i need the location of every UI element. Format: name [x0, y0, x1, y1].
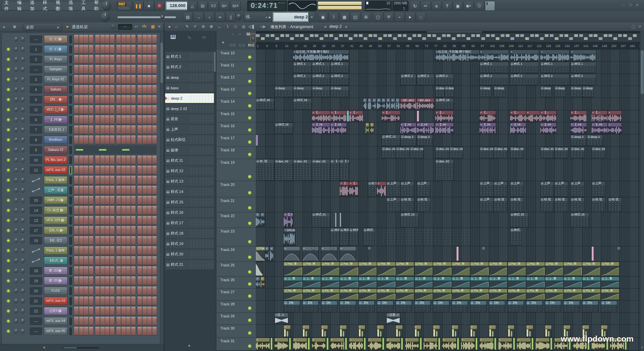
- playlist-clip[interactable]: 【柱: [415, 301, 430, 312]
- pattern-selector-display[interactable]: deep 2: [273, 12, 313, 22]
- channel-number[interactable]: 9: [30, 146, 42, 154]
- step-cell[interactable]: [152, 45, 157, 53]
- step-cell[interactable]: [84, 186, 88, 194]
- track-led[interactable]: [248, 307, 251, 310]
- step-cell[interactable]: [100, 277, 105, 285]
- picker-panel-button[interactable]: ▣: [318, 12, 328, 22]
- rack-hscrollbar[interactable]: [62, 347, 99, 349]
- step-cell[interactable]: [126, 75, 130, 84]
- channel-volume-knob[interactable]: [20, 87, 25, 92]
- draw-tool-icon[interactable]: ✎: [184, 23, 191, 30]
- step-cell[interactable]: [116, 136, 121, 144]
- channel-pan-knob[interactable]: [14, 37, 18, 41]
- playlist-clip[interactable]: Par..率: [256, 247, 265, 261]
- playlist-clip[interactable]: Pa..率: [284, 289, 302, 300]
- step-cell[interactable]: [105, 246, 109, 255]
- step-cell[interactable]: [89, 176, 93, 184]
- step-cell[interactable]: [116, 126, 121, 134]
- playlist-clip[interactable]: »【..-: [510, 111, 526, 121]
- step-cell[interactable]: [121, 105, 126, 114]
- playlist-clip[interactable]: 上..量: [564, 277, 582, 288]
- pattern-item[interactable]: 样式 20: [165, 249, 214, 259]
- channel-button[interactable]: BooBass: [44, 136, 67, 144]
- playlist-clip[interactable]: »: [442, 338, 456, 350]
- playlist-clip[interactable]: 【柱: [508, 301, 524, 312]
- channel-button[interactable]: reFX..xus #2: [44, 166, 67, 174]
- channel-pan-knob[interactable]: [14, 289, 18, 293]
- step-cell[interactable]: [121, 226, 126, 235]
- track-led[interactable]: [248, 80, 251, 83]
- step-cell[interactable]: [143, 55, 147, 63]
- channel-volume-knob[interactable]: [20, 329, 25, 333]
- step-cell[interactable]: [105, 216, 109, 224]
- playlist-clip[interactable]: 上声: [554, 182, 568, 196]
- playlist-clip[interactable]: Pa..率: [564, 289, 582, 300]
- step-cell[interactable]: [79, 45, 84, 53]
- playlist-clip[interactable]: »: [510, 50, 539, 61]
- playlist-clip[interactable]: »: [480, 338, 493, 350]
- step-cell[interactable]: [105, 196, 109, 204]
- channel-pan-knob[interactable]: [14, 67, 18, 71]
- playlist-clip[interactable]: 上..量: [396, 277, 414, 288]
- step-cell[interactable]: [95, 35, 100, 43]
- playlist-clip[interactable]: »【..HI: [312, 123, 330, 134]
- playlist-clip[interactable]: [532, 338, 533, 350]
- playlist-clip[interactable]: Pa..率: [452, 289, 470, 300]
- step-cell[interactable]: [147, 206, 152, 214]
- step-cell[interactable]: [116, 65, 121, 73]
- step-cell[interactable]: [95, 236, 100, 245]
- step-cell[interactable]: [121, 307, 126, 315]
- step-cell[interactable]: [79, 156, 84, 164]
- step-cell[interactable]: [95, 226, 100, 235]
- pattern-item[interactable]: 琶音: [165, 114, 214, 124]
- step-cell[interactable]: [100, 266, 105, 275]
- playlist-clip[interactable]: deep: [330, 86, 348, 97]
- step-cell[interactable]: [79, 297, 84, 305]
- channel-pan-knob[interactable]: [14, 178, 18, 182]
- channel-pan-knob[interactable]: [14, 309, 18, 313]
- playlist-menu-arrow[interactable]: ▸: [166, 23, 173, 30]
- step-cell[interactable]: [147, 266, 152, 275]
- playlist-clip[interactable]: 上..量: [582, 277, 600, 288]
- step-cell[interactable]: [100, 287, 105, 295]
- playlist-clip[interactable]: dee..#2: [592, 147, 605, 158]
- channel-volume-knob[interactable]: [20, 248, 25, 253]
- step-cell[interactable]: [100, 65, 105, 73]
- paint-tool-icon[interactable]: ✐: [192, 23, 199, 30]
- channel-button[interactable]: 上声 ..音量: [44, 186, 67, 194]
- step-cell[interactable]: [152, 55, 157, 63]
- playlist-clip[interactable]: 上..量: [508, 277, 526, 288]
- step-cell[interactable]: [74, 246, 78, 255]
- step-cell[interactable]: [84, 55, 88, 63]
- channel-number[interactable]: 7: [30, 126, 42, 134]
- playlist-clip[interactable]: 【柱: [545, 301, 561, 312]
- menu-item-4[interactable]: 视图: [56, 0, 64, 12]
- step-cell[interactable]: [131, 206, 136, 214]
- step-cell[interactable]: [143, 226, 147, 235]
- step-cell[interactable]: [126, 85, 130, 94]
- step-cell[interactable]: [95, 307, 100, 315]
- playlist-clip[interactable]: »: [368, 98, 372, 109]
- step-cell[interactable]: [138, 317, 142, 325]
- playlist-clip[interactable]: 【柱: [359, 301, 374, 312]
- playlist-clip[interactable]: »: [366, 123, 369, 134]
- track-led[interactable]: [248, 141, 251, 144]
- playlist-clip[interactable]: Par..率: [452, 262, 470, 275]
- channel-button[interactable]: 【风..Is: [44, 227, 67, 234]
- playlist-clip[interactable]: dee..#2: [410, 147, 424, 158]
- step-cell[interactable]: [147, 65, 152, 73]
- pat-mode-label[interactable]: PAT: [117, 2, 126, 6]
- playlist-clip[interactable]: 【柱: [396, 301, 412, 312]
- playlist-clip[interactable]: »: [270, 247, 274, 261]
- step-cell[interactable]: [143, 176, 147, 184]
- playlist-clip[interactable]: 上..量: [415, 277, 433, 288]
- step-cell[interactable]: [110, 126, 114, 134]
- track-led[interactable]: [248, 92, 251, 95]
- step-cell[interactable]: [74, 85, 78, 94]
- step-cell[interactable]: [121, 256, 126, 265]
- channel-pan-knob[interactable]: [14, 77, 18, 82]
- step-cell[interactable]: [147, 327, 152, 335]
- playlist-clip[interactable]: »: [377, 182, 386, 196]
- slice-tool-icon[interactable]: ∖: [224, 23, 231, 30]
- step-cell[interactable]: [143, 65, 147, 73]
